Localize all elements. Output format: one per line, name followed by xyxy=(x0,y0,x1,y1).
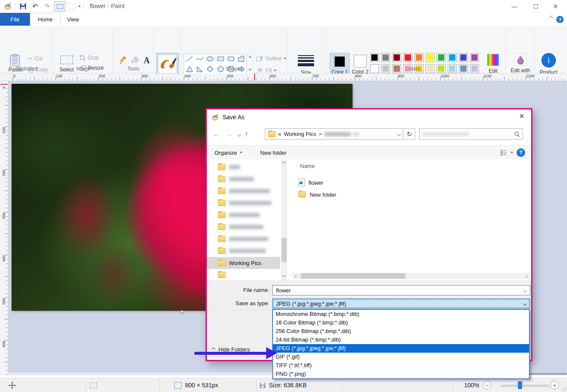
dialog-help-icon[interactable]: ? xyxy=(517,148,525,157)
hide-folders-button[interactable]: Hide Folders xyxy=(212,346,250,353)
collapse-ribbon-icon[interactable] xyxy=(549,16,553,20)
tree-item[interactable] xyxy=(207,161,280,173)
back-icon[interactable]: ← xyxy=(213,130,220,138)
tree-item[interactable] xyxy=(207,245,280,257)
tree-item[interactable] xyxy=(207,197,280,209)
tree-item[interactable] xyxy=(207,209,280,221)
pencil-tool[interactable] xyxy=(119,56,127,65)
tree-item[interactable] xyxy=(207,173,280,185)
group-label-image: Image xyxy=(53,66,113,72)
folder-icon xyxy=(218,188,226,194)
save-icon[interactable] xyxy=(18,2,28,11)
filetype-option[interactable]: JPEG (*.jpg;*.jpeg;*.jpe;*.jfif) xyxy=(273,344,529,353)
tree-item[interactable] xyxy=(207,233,280,245)
zoom-level: 100% xyxy=(464,378,479,392)
divider xyxy=(287,27,288,70)
color-swatch[interactable] xyxy=(470,64,479,73)
save-as-type-combobox[interactable]: JPEG (*.jpg;*.jpeg;*.jpe;*.jfif) xyxy=(272,298,530,309)
recent-locations-icon[interactable] xyxy=(237,132,241,136)
color-swatch[interactable] xyxy=(403,53,412,62)
search-box[interactable] xyxy=(419,128,523,140)
address-dropdown-icon[interactable] xyxy=(397,132,401,136)
color-swatch[interactable] xyxy=(414,53,423,62)
undo-icon[interactable]: ↶ xyxy=(30,2,40,11)
filetype-option[interactable]: PNG (*.png) xyxy=(273,370,529,378)
select-button[interactable]: Select xyxy=(56,54,77,75)
cursor-position-indicator xyxy=(9,378,16,392)
selection-tool-icon[interactable] xyxy=(54,1,65,12)
view-options-icon[interactable] xyxy=(500,150,507,156)
minimize-button[interactable]: — xyxy=(505,0,524,13)
shape-polygon-icon[interactable] xyxy=(237,55,245,64)
filelist-horizontal-scrollbar[interactable]: ‹ › xyxy=(292,273,530,279)
maximize-button[interactable]: ☐ xyxy=(526,0,546,13)
outline-button[interactable]: Outline xyxy=(256,56,286,62)
crop-button[interactable]: Crop xyxy=(79,55,99,61)
scroll-right-icon: › xyxy=(523,274,530,279)
zoom-slider-thumb[interactable] xyxy=(518,381,522,389)
color-swatch[interactable] xyxy=(448,53,457,62)
column-header-name[interactable]: Name xyxy=(300,163,315,169)
tree-item-working-pics[interactable]: Working Pics xyxy=(207,257,280,269)
tree-item[interactable] xyxy=(207,221,280,233)
file-row[interactable]: New folder xyxy=(298,189,336,200)
zoom-in-button[interactable]: + xyxy=(550,378,559,392)
dialog-close-button[interactable]: ✕ xyxy=(512,109,531,123)
filetype-option[interactable]: TIFF (*.tif;*.tiff) xyxy=(273,361,529,370)
resize-grip[interactable] xyxy=(562,387,566,391)
new-folder-button[interactable]: New folder xyxy=(260,150,287,156)
breadcrumb-folder[interactable]: Working Pics xyxy=(284,131,316,137)
color-swatch[interactable] xyxy=(459,64,468,73)
help-icon[interactable]: ? xyxy=(556,16,564,23)
redo-icon[interactable]: ↷ xyxy=(42,2,52,11)
qat-extra-icon[interactable] xyxy=(68,3,76,10)
zoom-out-button[interactable]: − xyxy=(483,378,491,392)
color-swatch[interactable] xyxy=(392,53,401,62)
text-tool[interactable]: A xyxy=(144,56,150,65)
color-swatch[interactable] xyxy=(381,53,390,62)
tree-item[interactable] xyxy=(207,185,280,197)
forward-icon[interactable]: → xyxy=(226,130,232,138)
filetype-option[interactable]: GIF (*.gif) xyxy=(273,353,529,361)
shape-line-icon[interactable] xyxy=(185,55,194,64)
tab-home[interactable]: Home xyxy=(30,13,61,26)
filetype-option[interactable]: Monochrome Bitmap (*.bmp;*.dib) xyxy=(273,310,529,318)
shape-ellipse-icon[interactable] xyxy=(206,55,214,64)
refresh-button[interactable]: ↻ xyxy=(404,128,415,140)
file-name-combobox[interactable]: flower xyxy=(272,285,530,295)
address-bar[interactable]: « Working Pics > xyxy=(265,128,403,140)
filetype-option[interactable]: 24-bit Bitmap (*.bmp;*.dib) xyxy=(273,336,529,344)
paste-button[interactable]: Paste xyxy=(5,54,25,75)
tab-view[interactable]: View xyxy=(61,13,85,26)
filetype-dropdown: Monochrome Bitmap (*.bmp;*.dib)16 Color … xyxy=(272,309,530,379)
close-button[interactable]: ✕ xyxy=(546,0,565,13)
qat-dropdown-icon[interactable] xyxy=(78,6,81,7)
tab-file[interactable]: File xyxy=(0,13,30,26)
scroll-left-icon: ‹ xyxy=(292,274,299,279)
breadcrumb-laquo[interactable]: « xyxy=(278,131,281,137)
folder-icon xyxy=(218,272,226,278)
divider xyxy=(326,27,326,70)
edit-colors-icon xyxy=(487,54,499,66)
tree-scrollbar[interactable] xyxy=(281,159,287,280)
cut-button[interactable]: ✂Cut xyxy=(28,56,43,62)
file-row[interactable]: flower xyxy=(298,177,323,188)
canvas-resize-handle[interactable] xyxy=(181,310,184,313)
color-swatch[interactable] xyxy=(459,53,468,62)
shape-rounded-rectangle-icon[interactable] xyxy=(227,55,235,64)
filetype-option[interactable]: 256 Color Bitmap (*.bmp;*.dib) xyxy=(273,327,529,336)
image-file-icon xyxy=(298,179,305,186)
color-swatch[interactable] xyxy=(370,53,379,62)
fill-tool[interactable] xyxy=(131,56,139,65)
organize-button[interactable]: Organize xyxy=(214,150,242,156)
view-options-dropdown-icon[interactable] xyxy=(511,152,513,153)
shape-curve-icon[interactable] xyxy=(196,55,204,64)
tree-item[interactable] xyxy=(207,269,280,280)
color-swatch[interactable] xyxy=(470,53,479,62)
filetype-option[interactable]: 16 Color Bitmap (*.bmp;*.dib) xyxy=(273,318,529,327)
color-swatch[interactable] xyxy=(426,53,435,62)
shape-rectangle-icon[interactable] xyxy=(217,55,225,64)
up-icon[interactable]: ↑ xyxy=(245,130,248,138)
zoom-slider-track[interactable] xyxy=(501,385,549,387)
color-swatch[interactable] xyxy=(437,53,446,62)
